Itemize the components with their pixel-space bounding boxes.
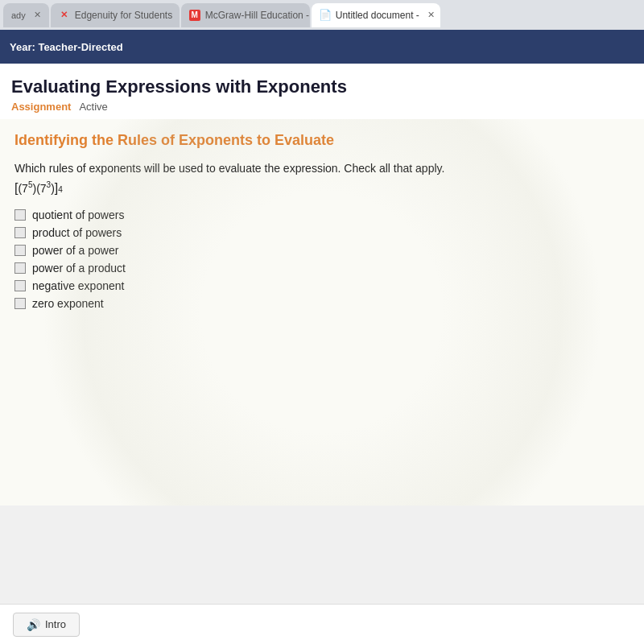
list-item: negative exponent (14, 279, 630, 292)
tab-docs[interactable]: 📄 Untitled document - ✕ (312, 3, 440, 27)
tab-docs-close[interactable]: ✕ (427, 10, 435, 20)
outer-exponent: 4 (58, 185, 63, 194)
checkbox-product-powers[interactable] (14, 227, 26, 238)
docs-icon: 📄 (320, 10, 331, 21)
bottom-bar: 🔊 Intro (0, 604, 644, 644)
checkbox-negative-exp-label: negative exponent (32, 279, 124, 292)
edgenuity-icon: ✕ (59, 10, 70, 21)
intro-button[interactable]: 🔊 Intro (13, 613, 80, 637)
nav-bar: Year: Teacher-Directed (0, 30, 644, 64)
intro-button-label: Intro (45, 618, 66, 630)
checkbox-power-product[interactable] (14, 262, 26, 274)
tab-mcgraw[interactable]: M McGraw-Hill Education - L ✕ (181, 3, 310, 27)
tab-edgenuity[interactable]: ✕ Edgenuity for Students ✕ (51, 3, 180, 27)
question-text: Which rules of exponents will be used to… (14, 160, 630, 177)
speaker-icon: 🔊 (27, 618, 40, 631)
tab-truncated-left[interactable]: ady ✕ (3, 3, 49, 27)
base-7-3: (73) (36, 180, 55, 195)
checkbox-power-product-label: power of a product (32, 262, 126, 275)
content-area: Identifying the Rules of Exponents to Ev… (0, 119, 644, 506)
checkbox-list: quotient of powers product of powers pow… (14, 208, 630, 310)
checkbox-quotient[interactable] (14, 209, 26, 221)
browser-body: Year: Teacher-Directed Evaluating Expres… (0, 30, 644, 644)
tab-mcgraw-label: McGraw-Hill Education - L (205, 10, 310, 21)
assignment-label: Assignment (11, 101, 71, 113)
checkbox-negative-exp[interactable] (14, 280, 26, 291)
page-meta: Assignment Active (11, 101, 633, 119)
page-title: Evaluating Expressions with Exponents (11, 76, 633, 97)
checkbox-zero-exp[interactable] (14, 298, 26, 309)
mcgraw-icon: M (189, 10, 200, 21)
checkbox-power-power-label: power of a power (32, 244, 118, 257)
tab-label: ady (11, 10, 26, 20)
base-7-5: (75) (18, 180, 36, 195)
list-item: power of a power (14, 244, 630, 257)
list-item: product of powers (14, 226, 630, 239)
browser-tabs: ady ✕ ✕ Edgenuity for Students ✕ M McGra… (0, 0, 644, 30)
tab-close-icon[interactable]: ✕ (34, 10, 41, 20)
page-header: Evaluating Expressions with Exponents As… (0, 64, 644, 119)
nav-bar-text: Year: Teacher-Directed (10, 41, 123, 53)
list-item: quotient of powers (14, 208, 630, 221)
checkbox-quotient-label: quotient of powers (32, 208, 124, 221)
section-title: Identifying the Rules of Exponents to Ev… (14, 132, 630, 149)
tab-docs-label: Untitled document - (336, 10, 419, 21)
checkbox-zero-exp-label: zero exponent (32, 297, 104, 310)
status-label: Active (79, 101, 107, 113)
checkbox-product-powers-label: product of powers (32, 226, 122, 239)
list-item: zero exponent (14, 297, 630, 310)
list-item: power of a product (14, 262, 630, 275)
checkbox-power-power[interactable] (14, 245, 26, 256)
tab-edgenuity-label: Edgenuity for Students (75, 10, 172, 21)
math-expression: [ (75) (73) ] 4 (14, 180, 630, 196)
